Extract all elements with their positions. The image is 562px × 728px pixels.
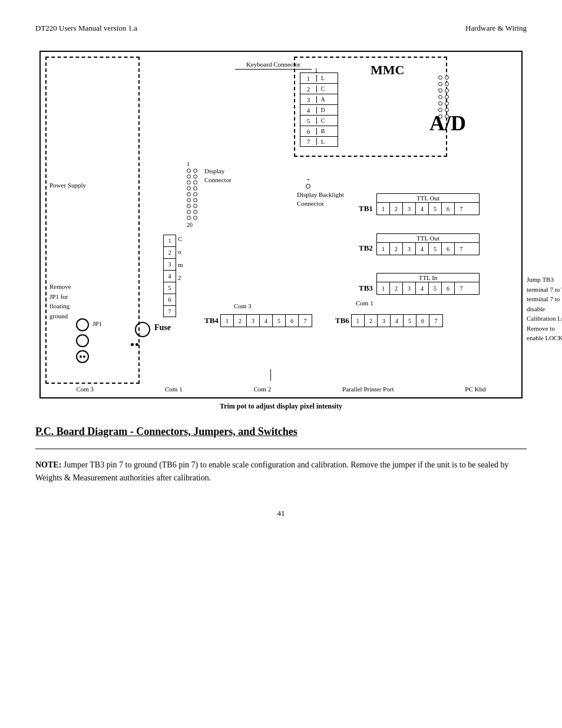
adc-row-5: 5C: [300, 115, 338, 126]
com2-box: 1 2 3 4 5 6 7 C o m: [163, 235, 183, 317]
display-connector-dots: 1 20: [187, 161, 197, 228]
ttl-in-pins: 1 2 3 4 5 6 7: [377, 282, 479, 294]
tb3-label: TB3: [359, 284, 373, 293]
ad-connector-dots: [438, 75, 449, 118]
tb6-pin-box: 1 2 3 4 5 6 7: [351, 314, 443, 327]
remove-jp1-label: RemoveJP1 forfloatingground: [49, 282, 71, 321]
com1-above-tb6-label: Com 1: [356, 299, 373, 307]
jp1-label: JP1: [92, 320, 102, 327]
tb4-label: TB4: [204, 316, 219, 325]
ttl-out-1-title: TTL Out: [377, 194, 479, 203]
adc-channel-box: 1L 2C 3A 4D 5C 6B 7L: [300, 73, 338, 147]
display-backlight-label: Display BacklightConnector: [297, 190, 344, 209]
tb6-label: TB6: [335, 316, 349, 325]
tb4-pin-box: 1 2 3 4 5 6 7: [220, 314, 312, 327]
com2-bottom-label: Com 2: [254, 386, 272, 393]
com3-above-tb4-label: Com 3: [234, 302, 252, 309]
power-supply-dashed-box: [45, 57, 140, 384]
note-paragraph: NOTE: Jumper TB3 pin 7 to ground (TB6 pi…: [35, 459, 527, 485]
keyboard-connector-label: Keyboard Connector: [235, 61, 312, 70]
ttl-out-1-pins: 1 2 3 4 5 6 7: [377, 203, 479, 215]
display-connector-label: DisplayConnector: [204, 167, 232, 185]
section-heading: P.C. Board Diagram - Connectors, Jumpers…: [35, 426, 527, 438]
ttl-out-1-box: TTL Out 1 2 3 4 5 6 7: [376, 193, 480, 215]
ttl-out-2-pins: 1 2 3 4 5 6 7: [377, 243, 479, 255]
header-left: DT220 Users Manual version 1.a: [35, 24, 137, 33]
note-text: Jumper TB3 pin 7 to ground (TB6 pin 7) t…: [35, 460, 508, 482]
adc-row-2: 2C: [300, 83, 338, 94]
tb1-label: TB1: [359, 204, 373, 213]
ttl-out-2-title: TTL Out: [377, 234, 479, 243]
adc-row-1: 1L: [300, 73, 338, 83]
adc-row-3: 3A: [300, 94, 338, 104]
com3-bottom-label: Com 3: [76, 386, 94, 393]
display-backlight-area: +: [306, 176, 310, 190]
ttl-out-2-box: TTL Out 1 2 3 4 5 6 7: [376, 233, 480, 255]
page-number: 41: [35, 509, 527, 518]
page: DT220 Users Manual version 1.a Hardware …: [0, 0, 562, 728]
jump-tb3-label: Jump TB3terminal 7 to TB6terminal 7 todi…: [527, 275, 562, 343]
power-supply-label: Power Supply: [49, 182, 86, 189]
fuse-circle: [135, 322, 150, 337]
parallel-port-label: Parallel Printer Port: [342, 386, 394, 393]
ttl-in-box: TTL In 1 2 3 4 5 6 7: [376, 273, 480, 295]
page-header: DT220 Users Manual version 1.a Hardware …: [35, 24, 527, 33]
adc-row-7: 7L: [300, 136, 338, 147]
ttl-in-title: TTL In: [377, 274, 479, 282]
adc-row-6: 6B: [300, 126, 338, 136]
pc-kbd-label: PC Kbd: [465, 386, 485, 393]
bottom-labels: Com 3 Com 1 Com 2 Parallel Printer Port …: [41, 386, 521, 393]
trim-pot-line: [270, 369, 271, 381]
note-bold: NOTE:: [35, 460, 61, 469]
header-right: Hardware & Wiring: [465, 24, 527, 33]
adc-row-4: 4D: [300, 104, 338, 115]
com1-bottom-label: Com 1: [165, 386, 183, 393]
jp1-circles: [76, 318, 89, 363]
tb2-label: TB2: [359, 243, 373, 253]
trim-pot-label: Trim pot to adjust display pixel intensi…: [39, 402, 523, 411]
fuse-label: Fuse: [154, 323, 171, 332]
diagram-container: Power Supply MMC A/D Keyboard Connector …: [39, 51, 523, 398]
fuse-jumper-dots: [131, 343, 138, 346]
mmc-label: MMC: [371, 62, 404, 78]
